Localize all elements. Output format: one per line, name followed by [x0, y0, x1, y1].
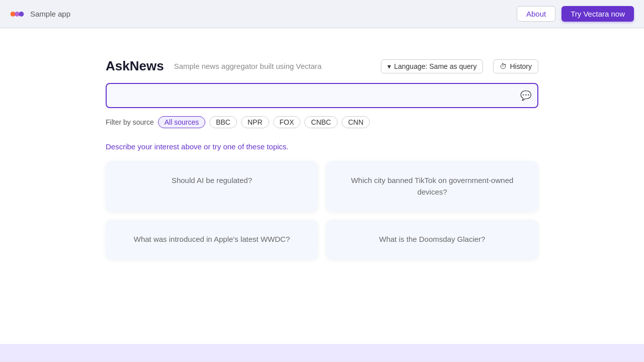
filter-label: Filter by source	[106, 118, 154, 126]
search-container: 💬	[106, 83, 538, 108]
vectara-logo-icon	[10, 9, 24, 19]
search-input[interactable]	[106, 83, 538, 108]
topics-grid: Should AI be regulated?Which city banned…	[106, 161, 538, 259]
try-vectara-button[interactable]: Try Vectara now	[561, 6, 634, 22]
header-left: Sample app	[10, 9, 70, 19]
history-button[interactable]: ⏱ History	[493, 59, 538, 73]
filter-chip-cnbc[interactable]: CNBC	[304, 116, 338, 128]
header: Sample app About Try Vectara now	[0, 0, 644, 28]
topic-card-3[interactable]: What is the Doomsday Glacier?	[326, 220, 538, 259]
language-button[interactable]: ▾ Language: Same as query	[381, 59, 483, 73]
header-right: About Try Vectara now	[517, 6, 634, 22]
app-description: Sample news aggregator built using Vecta…	[174, 62, 371, 70]
app-title: AskNews	[106, 58, 164, 74]
header-app-name: Sample app	[30, 10, 70, 18]
topic-card-2[interactable]: What was introduced in Apple's latest WW…	[106, 220, 318, 259]
content-wrapper: AskNews Sample news aggregator built usi…	[106, 58, 538, 259]
about-button[interactable]: About	[517, 6, 555, 22]
filter-chip-fox[interactable]: FOX	[273, 116, 301, 128]
svg-point-0	[11, 12, 16, 17]
history-label: History	[510, 62, 532, 70]
topic-card-1[interactable]: Which city banned TikTok on government-o…	[326, 161, 538, 212]
prompt-text: Describe your interest above or try one …	[106, 142, 538, 151]
svg-point-2	[19, 12, 24, 17]
history-icon: ⏱	[500, 62, 507, 70]
svg-point-1	[15, 12, 20, 17]
filter-row: Filter by source All sourcesBBCNPRFOXCNB…	[106, 116, 538, 128]
main-content: AskNews Sample news aggregator built usi…	[0, 28, 644, 344]
topic-card-0[interactable]: Should AI be regulated?	[106, 161, 318, 212]
filter-chip-all-sources[interactable]: All sources	[158, 116, 205, 128]
dropdown-icon: ▾	[387, 62, 391, 70]
app-header-row: AskNews Sample news aggregator built usi…	[106, 58, 538, 74]
language-label: Language: Same as query	[394, 62, 476, 70]
filter-chip-cnn[interactable]: CNN	[342, 116, 370, 128]
filter-chip-npr[interactable]: NPR	[241, 116, 269, 128]
footer	[0, 344, 644, 362]
filter-chip-bbc[interactable]: BBC	[209, 116, 237, 128]
vectara-logo	[10, 9, 24, 19]
